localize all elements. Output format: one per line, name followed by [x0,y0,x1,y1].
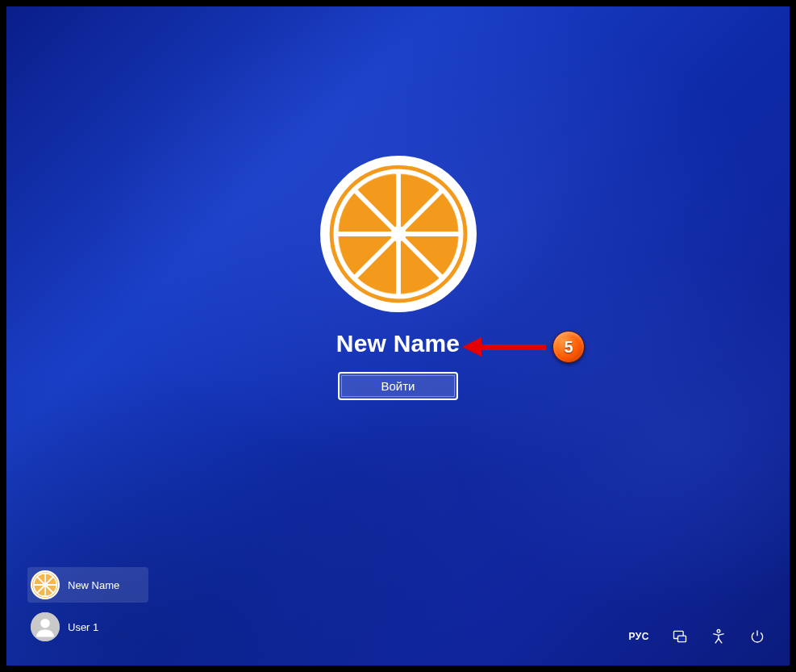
user-avatar-small [31,570,60,599]
step-badge: 5 [552,331,585,363]
user-list: New Name User 1 [27,567,148,645]
svg-point-26 [40,619,50,628]
user-list-item-label: New Name [68,579,119,591]
orange-slice-icon [31,570,60,599]
user-list-item[interactable]: New Name [27,567,148,603]
network-button[interactable] [672,628,688,645]
signin-button[interactable]: Войти [338,372,459,400]
login-tray: РУС [629,628,765,645]
login-screen: New Name Войти 5 [6,6,790,666]
user-list-item-label: User 1 [68,621,98,633]
power-icon [749,628,765,645]
network-icon [672,628,688,645]
accessibility-icon [711,628,727,645]
login-center-block: New Name Войти [320,156,477,400]
active-user-avatar [320,156,477,312]
person-icon [31,612,60,641]
arrow-shaft [481,344,546,350]
svg-rect-28 [678,636,686,642]
user-avatar-small [31,612,60,641]
orange-slice-icon [320,156,477,312]
accessibility-button[interactable] [711,628,727,645]
active-user-name: New Name [336,330,460,357]
language-indicator[interactable]: РУС [629,631,649,642]
svg-point-12 [390,226,406,241]
annotation-step: 5 [462,331,585,363]
power-button[interactable] [749,628,765,645]
svg-point-29 [717,630,720,633]
user-list-item[interactable]: User 1 [27,609,148,645]
